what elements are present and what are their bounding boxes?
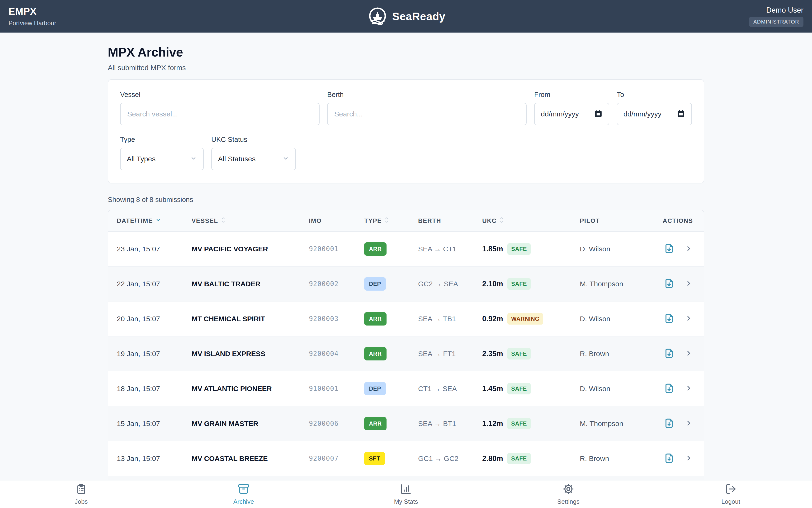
cell-imo: 9200002 xyxy=(309,280,364,288)
table-body: 23 Jan, 15:07MV PACIFIC VOYAGER9200001AR… xyxy=(108,232,704,508)
open-details-button[interactable] xyxy=(685,314,692,323)
app-code: EMPX xyxy=(8,6,56,17)
berth-search-input[interactable] xyxy=(327,103,527,125)
table-row[interactable]: 15 Jan, 15:07MV GRAIN MASTER9200006ARRSE… xyxy=(108,406,704,441)
download-form-button[interactable] xyxy=(664,313,674,325)
cell-berth-route: GC2 → SEA xyxy=(418,280,482,288)
cell-imo: 9200003 xyxy=(309,315,364,323)
nav-item-my-stats[interactable]: My Stats xyxy=(325,480,487,508)
filter-panel: Vessel Berth From dd/mm/yyyy xyxy=(108,79,704,183)
column-header-berth: BERTH xyxy=(418,217,482,224)
type-select[interactable]: All Types xyxy=(120,148,204,170)
cell-type: ARR xyxy=(364,347,418,361)
ukc-status-select[interactable]: All Statuses xyxy=(211,148,296,170)
chevron-right-icon xyxy=(685,419,692,428)
cell-pilot: R. Brown xyxy=(580,455,663,463)
calendar-icon[interactable] xyxy=(594,109,603,119)
chevron-right-icon xyxy=(685,314,692,323)
cell-vessel-name: MV PACIFIC VOYAGER xyxy=(192,245,309,253)
ukc-value: 1.45m xyxy=(482,384,503,393)
nav-item-archive[interactable]: Archive xyxy=(162,480,325,508)
open-details-button[interactable] xyxy=(685,384,692,393)
sort-desc-icon xyxy=(155,217,161,225)
column-header-label: DATE/TIME xyxy=(117,217,153,224)
vessel-filter-label: Vessel xyxy=(120,91,320,98)
cell-berth-route: CT1 → SEA xyxy=(418,385,482,393)
clipboard-icon xyxy=(76,483,87,496)
nav-item-logout[interactable]: Logout xyxy=(650,480,812,508)
sort-toggle-icon xyxy=(221,216,226,225)
open-details-button[interactable] xyxy=(685,349,692,358)
seaready-logo-icon xyxy=(367,5,388,28)
cell-type: DEP xyxy=(364,382,418,395)
user-area[interactable]: Demo User ADMINISTRATOR xyxy=(749,6,804,27)
cell-pilot: M. Thompson xyxy=(580,420,663,428)
open-details-button[interactable] xyxy=(685,245,692,253)
bar-chart-icon xyxy=(400,483,412,496)
cell-pilot: R. Brown xyxy=(580,350,663,358)
table-row[interactable]: 22 Jan, 15:07MV BALTIC TRADER9200002DEPG… xyxy=(108,266,704,301)
open-details-button[interactable] xyxy=(685,280,692,288)
sort-toggle-icon xyxy=(384,216,389,225)
nav-item-jobs[interactable]: Jobs xyxy=(0,480,162,508)
cell-ukc: 1.45mSAFE xyxy=(482,383,580,394)
cell-imo: 9200007 xyxy=(309,455,364,462)
table-row[interactable]: 20 Jan, 15:07MT CHEMICAL SPIRIT9200003AR… xyxy=(108,301,704,336)
cell-imo: 9100001 xyxy=(309,385,364,392)
from-date-input[interactable]: dd/mm/yyyy xyxy=(534,103,609,125)
download-form-button[interactable] xyxy=(664,453,674,464)
ukc-status-select-value: All Statuses xyxy=(218,155,255,163)
column-header-vessel[interactable]: VESSEL xyxy=(192,216,309,225)
cell-ukc: 2.10mSAFE xyxy=(482,278,580,290)
to-date-input[interactable]: dd/mm/yyyy xyxy=(617,103,692,125)
column-header-date-time[interactable]: DATE/TIME xyxy=(117,217,192,225)
calendar-icon[interactable] xyxy=(677,109,685,119)
from-date-label: From xyxy=(534,91,609,98)
nav-item-label: Settings xyxy=(557,498,580,505)
cell-datetime: 19 Jan, 15:07 xyxy=(117,350,192,358)
open-details-button[interactable] xyxy=(685,419,692,428)
page-title: MPX Archive xyxy=(108,45,704,59)
chevron-down-icon xyxy=(190,155,197,164)
cell-imo: 9200006 xyxy=(309,420,364,427)
download-form-button[interactable] xyxy=(664,243,674,255)
cell-type: SFT xyxy=(364,452,418,465)
download-form-button[interactable] xyxy=(664,383,674,394)
file-download-icon xyxy=(664,278,674,290)
top-bar: EMPX Portview Harbour SeaReady Demo User… xyxy=(0,0,812,33)
cell-type: ARR xyxy=(364,417,418,430)
vessel-search-input[interactable] xyxy=(120,103,320,125)
sort-toggle-icon xyxy=(499,216,504,225)
table-row[interactable]: 18 Jan, 15:07MV ATLANTIC PIONEER9100001D… xyxy=(108,371,704,406)
open-details-button[interactable] xyxy=(685,454,692,463)
column-header-type[interactable]: TYPE xyxy=(364,216,418,225)
column-header-label: IMO xyxy=(309,217,322,224)
from-date-value: dd/mm/yyyy xyxy=(541,110,579,118)
type-filter-label: Type xyxy=(120,136,204,143)
cell-pilot: D. Wilson xyxy=(580,245,663,253)
download-form-button[interactable] xyxy=(664,418,674,429)
ukc-value: 0.92m xyxy=(482,314,503,323)
table-row[interactable]: 13 Jan, 15:07MV COASTAL BREEZE9200007SFT… xyxy=(108,441,704,476)
download-form-button[interactable] xyxy=(664,348,674,359)
cell-datetime: 23 Jan, 15:07 xyxy=(117,245,192,253)
table-row[interactable]: 23 Jan, 15:07MV PACIFIC VOYAGER9200001AR… xyxy=(108,232,704,266)
file-download-icon xyxy=(664,243,674,255)
cell-berth-route: SEA → BT1 xyxy=(418,420,482,428)
cell-pilot: D. Wilson xyxy=(580,385,663,393)
cell-berth-route: SEA → FT1 xyxy=(418,350,482,358)
file-download-icon xyxy=(664,418,674,429)
nav-item-label: My Stats xyxy=(394,498,418,505)
cell-actions xyxy=(663,243,704,255)
nav-item-settings[interactable]: Settings xyxy=(487,480,650,508)
cell-ukc: 1.85mSAFE xyxy=(482,243,580,255)
column-header-ukc[interactable]: UKC xyxy=(482,216,580,225)
bottom-navigation: JobsArchiveMy StatsSettingsLogout xyxy=(0,480,812,508)
table-row[interactable]: 19 Jan, 15:07MV ISLAND EXPRESS9200004ARR… xyxy=(108,336,704,371)
chevron-down-icon xyxy=(282,155,289,164)
cell-berth-route: SEA → CT1 xyxy=(418,245,482,253)
download-form-button[interactable] xyxy=(664,278,674,290)
nav-item-label: Archive xyxy=(233,498,254,505)
nav-item-label: Logout xyxy=(721,498,740,505)
cell-imo: 9200004 xyxy=(309,350,364,357)
